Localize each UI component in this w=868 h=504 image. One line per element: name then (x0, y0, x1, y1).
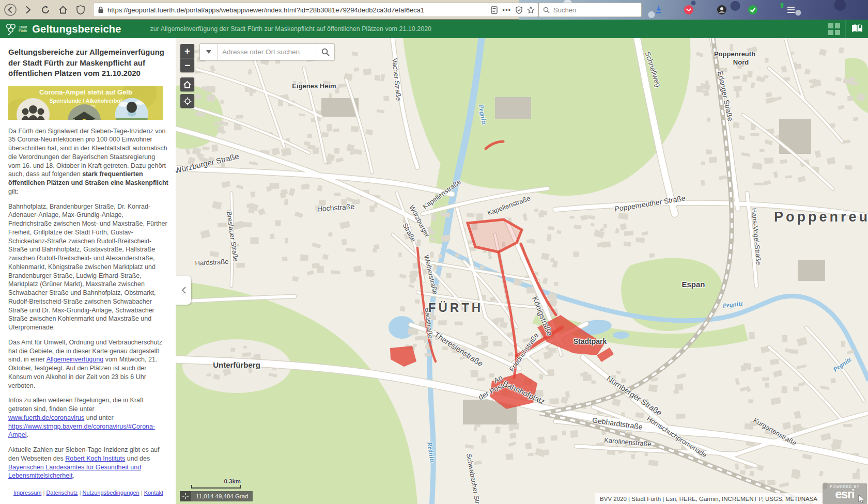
link-impressum[interactable]: Impressum (13, 490, 41, 496)
cursor-arrow-icon (858, 495, 865, 503)
menu-hamburger-icon[interactable]: ⬆ (784, 3, 798, 17)
reader-mode-icon[interactable] (491, 6, 498, 14)
url-bar[interactable]: https://geoportal.fuerth.de/portal/apps/… (93, 3, 538, 17)
stadt-fuerth-logo: Stadt Fürth (4, 22, 27, 36)
map-canvas[interactable]: Eigenes HeimVacher StraßePegnitzWürzburg… (176, 38, 868, 504)
browser-search-field[interactable]: Suchen (538, 3, 642, 17)
map-attribution: BVV 2020 | Stadt Fürth | Esri, HERE, Gar… (595, 493, 823, 504)
panel-collapse-button[interactable] (176, 276, 191, 305)
chevron-down-icon (206, 50, 211, 54)
account-icon[interactable] (715, 3, 729, 17)
back-button[interactable] (3, 3, 18, 17)
crosshair-icon[interactable] (180, 491, 191, 501)
home-button[interactable] (56, 3, 70, 17)
search-source-dropdown[interactable] (200, 44, 218, 60)
clover-icon (4, 22, 18, 36)
paragraph-allgemeinverfuegung: Das Amt für Umwelt, Ordnung und Verbrauc… (8, 338, 168, 390)
infographic-title: Corona-Ampel steht auf Gelb (8, 88, 163, 96)
page-title: Geltungsbereiche (32, 23, 121, 35)
link-lgl-bayern[interactable]: Bayerischen Landesamtes für Gesundheit u… (8, 464, 141, 480)
link-fuerth-coronavirus[interactable]: www.fuerth.de/coronavirus (8, 414, 84, 421)
panel-footer: ImpressumDatenschutzNutzungsbedingungenK… (8, 486, 168, 500)
lock-icon (98, 6, 104, 13)
link-kontakt[interactable]: Kontakt (144, 490, 163, 496)
search-icon (543, 7, 550, 13)
tracking-protection-shield-icon[interactable] (73, 3, 88, 17)
url-text: https://geoportal.fuerth.de/portal/apps/… (107, 6, 486, 14)
scale-bar: 0.3km (191, 478, 241, 489)
link-nutzungsbedingungen[interactable]: Nutzungsbedingungen (83, 490, 140, 496)
map-search-widget (199, 43, 335, 60)
search-placeholder: Suchen (553, 6, 576, 14)
scale-label: 0.3km (191, 478, 241, 484)
save-to-pocket-shield-icon[interactable] (516, 6, 522, 14)
link-rki[interactable]: Robert Koch Instituts (65, 455, 125, 462)
zoom-in-button[interactable]: + (180, 44, 194, 58)
page-subtitle: zur Allgemeinverfügung der Stadt Fürth z… (150, 25, 432, 33)
esri-logo: POWERED BY esri (823, 483, 867, 504)
map-search-button[interactable] (316, 44, 334, 60)
search-icon (321, 48, 330, 56)
paragraph-intro: Da Fürth den Signalwert der Sieben-Tage-… (8, 127, 168, 196)
apps-grid-icon[interactable] (823, 20, 845, 38)
app-header: Stadt Fürth Geltungsbereiche zur Allgeme… (0, 20, 868, 38)
forward-button[interactable] (21, 3, 35, 17)
basemap (176, 38, 868, 504)
panel-title: Geltungsbereiche zur Allgemeinverfügung … (8, 47, 168, 79)
link-stmgp-bayern[interactable]: https://www.stmgp.bayern.de/coronavirus/… (8, 423, 155, 439)
zoom-out-button[interactable]: − (180, 58, 194, 72)
link-datenschutz[interactable]: Datenschutz (46, 490, 78, 496)
home-icon (183, 81, 191, 88)
my-location-button[interactable] (180, 94, 194, 108)
paragraph-inzidenz: Aktuelle Zahlen zur Sieben-Tage-Inzidenz… (8, 446, 168, 480)
reload-button[interactable] (38, 3, 53, 17)
link-allgemeinverfuegung[interactable]: Allgemeinverfügung (47, 356, 104, 363)
download-icon[interactable] (652, 3, 665, 17)
info-panel: Geltungsbereiche zur Allgemeinverfügung … (0, 38, 176, 504)
paragraph-street-list: Bahnhofplatz, Brandenburger Straße, Dr. … (8, 202, 168, 332)
corona-ampel-infographic: Corona-Ampel steht auf Gelb Sperrstunde … (8, 86, 163, 119)
coordinates-readout: 11,014 49,484 Grad (191, 491, 253, 501)
map-search-input[interactable] (218, 44, 316, 60)
update-arrow-icon: ⬆ (779, 2, 785, 9)
pocket-icon[interactable] (682, 3, 695, 17)
paragraph-infos: Infos zu allen weiteren Regelungen, die … (8, 396, 168, 439)
browser-window: https://geoportal.fuerth.de/portal/apps/… (0, 0, 868, 504)
home-extent-button[interactable] (180, 77, 194, 91)
locate-icon (183, 97, 192, 105)
browser-toolbar: https://geoportal.fuerth.de/portal/apps/… (0, 0, 868, 20)
extension-check-icon[interactable] (746, 3, 760, 17)
legend-book-icon[interactable] (845, 20, 868, 38)
coordinate-widget: 11,014 49,484 Grad (180, 491, 253, 501)
bookmark-star-icon[interactable] (527, 6, 535, 14)
page-actions-icon[interactable]: ••• (502, 6, 511, 14)
chevron-left-icon (181, 287, 186, 294)
